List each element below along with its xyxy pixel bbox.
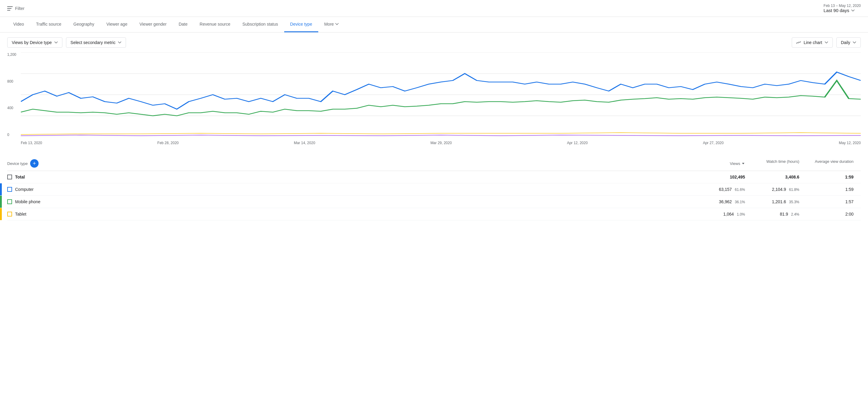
sort-icon: [741, 162, 745, 165]
computer-color-bar: [0, 183, 2, 195]
time-period-chevron-icon: [852, 41, 856, 44]
tab-geography[interactable]: Geography: [67, 17, 100, 32]
secondary-metric-chevron-icon: [118, 41, 121, 44]
x-label-mar14: Mar 14, 2020: [294, 141, 315, 145]
svg-rect-0: [7, 6, 13, 7]
chart-type-dropdown[interactable]: Line chart: [792, 37, 832, 48]
chart-container: 1,200 800 400 0: [0, 53, 868, 156]
tablet-line: [21, 133, 861, 134]
time-period-dropdown[interactable]: Daily: [836, 37, 861, 48]
mobile-color-bar: [0, 196, 2, 208]
tablet-label: Tablet: [15, 212, 26, 216]
mobile-device-cell: Mobile phone: [7, 199, 698, 204]
tablet-device-cell: Tablet: [7, 212, 698, 216]
x-label-may12: May 12, 2020: [839, 141, 861, 145]
filter-icon: [7, 6, 13, 10]
tablet-avg: 2:00: [807, 212, 861, 216]
filter-label: Filter: [15, 6, 24, 11]
mobile-line: [21, 81, 861, 116]
mobile-views: 36,962 36.1%: [698, 199, 752, 204]
total-device-cell: Total: [7, 175, 698, 179]
mobile-watch: 1,201.6 35.3%: [752, 199, 807, 204]
tab-video[interactable]: Video: [7, 17, 30, 32]
col-watch-header: Watch time (hours): [752, 159, 807, 168]
col-avg-header: Average view duration: [807, 159, 861, 168]
line-chart-icon: [796, 41, 801, 44]
svg-rect-2: [7, 10, 10, 10]
total-watch: 3,408.6: [752, 175, 807, 179]
x-label-feb28: Feb 28, 2020: [157, 141, 179, 145]
table-row-total: Total 102,495 3,408.6 1:59: [7, 171, 861, 183]
x-label-apr12: Apr 12, 2020: [567, 141, 588, 145]
tablet-views: 1,064 1.0%: [698, 212, 752, 216]
y-axis: 1,200 800 400 0: [7, 53, 21, 137]
tab-subscription-status[interactable]: Subscription status: [236, 17, 284, 32]
chart-svg-wrapper: [21, 53, 861, 137]
chart-type-chevron-icon: [825, 41, 828, 44]
table-header: Device type + Views Watch time (hours) A…: [7, 156, 861, 171]
table-row-tablet: Tablet 1,064 1.0% 81.9 2.4% 2:00: [7, 208, 861, 220]
mobile-avg: 1:57: [807, 199, 861, 204]
top-bar: Filter Feb 13 – May 12, 2020 Last 90 day…: [0, 0, 868, 17]
y-label-800: 800: [7, 79, 19, 84]
tab-revenue-source[interactable]: Revenue source: [193, 17, 236, 32]
tablet-checkbox[interactable]: [7, 212, 12, 216]
tab-viewer-age[interactable]: Viewer age: [100, 17, 133, 32]
tablet-watch: 81.9 2.4%: [752, 212, 807, 216]
chart-area: 1,200 800 400 0: [7, 53, 861, 149]
x-label-mar29: Mar 29, 2020: [430, 141, 452, 145]
table-section: Device type + Views Watch time (hours) A…: [0, 156, 868, 220]
x-label-apr27: Apr 27, 2020: [703, 141, 724, 145]
computer-checkbox[interactable]: [7, 187, 12, 192]
computer-label: Computer: [15, 187, 33, 192]
tablet-color-bar: [0, 208, 2, 220]
nav-tabs: Video Traffic source Geography Viewer ag…: [0, 17, 868, 33]
controls-row: Views by Device type Select secondary me…: [0, 33, 868, 53]
tab-device-type[interactable]: Device type: [284, 17, 318, 32]
primary-metric-chevron-icon: [54, 41, 58, 44]
tab-more[interactable]: More: [318, 17, 345, 32]
table-row-computer: Computer 63,157 61.6% 2,104.9 61.8% 1:59: [7, 183, 861, 196]
x-label-feb13: Feb 13, 2020: [21, 141, 42, 145]
y-label-400: 400: [7, 106, 19, 110]
date-range-label: Feb 13 – May 12, 2020: [824, 4, 861, 8]
tab-viewer-gender[interactable]: Viewer gender: [133, 17, 173, 32]
computer-views: 63,157 61.6%: [698, 187, 752, 192]
computer-device-cell: Computer: [7, 187, 698, 192]
total-views: 102,495: [698, 175, 752, 179]
primary-metric-dropdown[interactable]: Views by Device type: [7, 37, 62, 48]
secondary-metric-dropdown[interactable]: Select secondary metric: [66, 37, 126, 48]
chart-svg: [21, 53, 861, 137]
tab-traffic-source[interactable]: Traffic source: [30, 17, 67, 32]
add-column-button[interactable]: +: [30, 159, 38, 168]
date-range-selector[interactable]: Feb 13 – May 12, 2020 Last 90 days: [824, 4, 861, 13]
y-label-0: 0: [7, 133, 19, 137]
col-views-header: Views: [698, 159, 752, 168]
mobile-label: Mobile phone: [15, 199, 40, 204]
x-axis: Feb 13, 2020 Feb 28, 2020 Mar 14, 2020 M…: [21, 137, 861, 149]
computer-avg: 1:59: [807, 187, 861, 192]
filter-button[interactable]: Filter: [7, 6, 24, 11]
total-label: Total: [15, 175, 25, 179]
date-chevron-icon: [851, 9, 855, 12]
chart-controls: Line chart Daily: [792, 37, 861, 48]
tv-line: [21, 135, 861, 136]
col-device-header: Device type +: [7, 159, 698, 168]
svg-rect-1: [7, 8, 11, 9]
y-label-1200: 1,200: [7, 53, 19, 57]
tab-date[interactable]: Date: [173, 17, 194, 32]
total-avg: 1:59: [807, 175, 861, 179]
table-row-mobile: Mobile phone 36,962 36.1% 1,201.6 35.3% …: [7, 196, 861, 208]
date-preset-value: Last 90 days: [824, 8, 861, 13]
mobile-checkbox[interactable]: [7, 199, 12, 204]
computer-watch: 2,104.9 61.8%: [752, 187, 807, 192]
more-chevron-icon: [335, 23, 339, 25]
total-checkbox[interactable]: [7, 175, 12, 179]
